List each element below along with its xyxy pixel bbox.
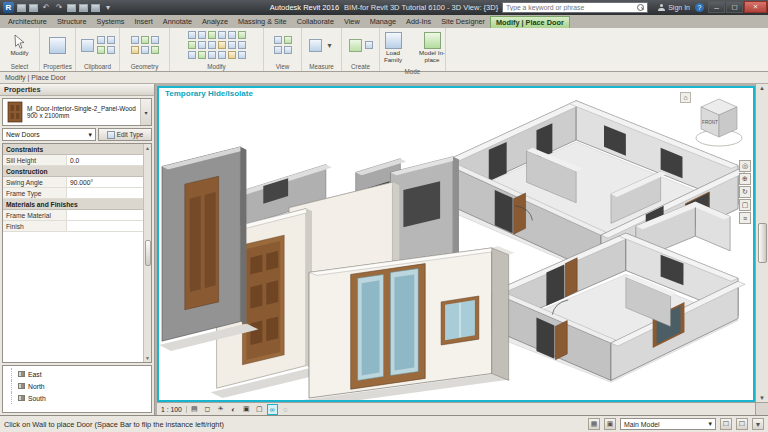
tab-manage[interactable]: Manage [365,16,401,28]
close-button[interactable]: ✕ [744,1,767,13]
section-constraints[interactable]: Constraints ▲ [3,144,151,155]
measure-dropdown-icon[interactable]: ▾ [325,40,335,51]
cope-icon[interactable] [131,36,139,44]
copy-modify-icon[interactable] [228,31,236,39]
split-face-icon[interactable] [141,46,149,54]
create-group-icon[interactable] [349,39,362,52]
3d-view-qat-icon[interactable] [91,4,100,12]
load-family-button[interactable]: Load Family [375,30,411,65]
panel-measure-label[interactable]: Measure [302,62,341,71]
print-icon[interactable] [67,4,76,12]
panel-properties-label[interactable]: Properties [40,62,75,71]
properties-icon[interactable] [49,37,66,54]
beam-joins-icon[interactable] [218,51,226,59]
paste-icon[interactable] [81,39,94,52]
home-icon[interactable]: ⌂ [680,92,691,103]
scroll-up-icon[interactable]: ▲ [145,145,150,151]
panel-geometry-label[interactable]: Geometry [120,62,169,71]
editable-only-checkbox[interactable]: ☐ [736,418,748,430]
qat-dropdown-icon[interactable]: ▾ [103,2,113,13]
orbit-icon[interactable]: ↻ [739,186,751,198]
scroll-down-icon[interactable]: ▼ [759,395,765,401]
panel-select-label[interactable]: Select [0,62,39,71]
match-type-icon[interactable] [97,46,105,54]
panel-clipboard-label[interactable]: Clipboard [76,62,119,71]
property-value[interactable] [67,221,151,231]
linework-icon[interactable] [274,46,282,54]
tab-view[interactable]: View [339,16,365,28]
cut-icon[interactable] [97,36,105,44]
delete-icon[interactable] [188,51,196,59]
sun-path-icon[interactable]: ☀ [215,404,226,415]
design-option-select[interactable]: Main Model ▾ [620,418,716,430]
tab-analyze[interactable]: Analyze [197,16,233,28]
tab-collaborate[interactable]: Collaborate [292,16,339,28]
wall-joins-icon[interactable] [208,51,216,59]
panel-view-label[interactable]: View [264,62,301,71]
view-scale[interactable]: 1 : 100 [161,406,187,413]
hide-icon[interactable] [274,36,282,44]
copy-icon[interactable] [107,36,115,44]
unpin-icon[interactable] [238,41,246,49]
shadows-icon[interactable]: ◐ [228,404,239,415]
property-value[interactable] [67,210,151,220]
tab-annotate[interactable]: Annotate [158,16,197,28]
panel-create-label[interactable]: Create [342,62,379,71]
browser-item-east[interactable]: East [11,368,151,380]
model-3d-view[interactable]: Temporary Hide/Isolate ⌂ FRONT ◎ ⊕ ↻ ▢ ≡ [157,86,755,402]
scrollbar-thumb[interactable] [145,240,151,266]
align-icon[interactable] [188,31,196,39]
redo-icon[interactable]: ↷ [54,2,64,13]
show-crop-icon[interactable]: ▢ [254,404,265,415]
mirror-icon[interactable] [208,31,216,39]
tab-add-ins[interactable]: Add-Ins [401,16,436,28]
worksets-icon[interactable]: ▦ [588,418,600,430]
edit-type-button[interactable]: Edit Type [98,128,152,141]
paint-icon[interactable] [131,46,139,54]
tab-site-designer[interactable]: Site Designer [436,16,490,28]
zoom-icon[interactable]: ⊕ [739,173,751,185]
element-icon[interactable] [228,51,236,59]
minimize-button[interactable]: ─ [708,1,725,13]
measure-icon[interactable] [309,39,322,52]
vertical-scrollbar[interactable]: ▲ ▼ [755,84,768,402]
help-icon[interactable]: ? [695,3,704,12]
search-input[interactable] [503,3,637,12]
pin-icon[interactable] [228,41,236,49]
open-icon[interactable] [17,4,26,12]
save-icon[interactable] [29,4,38,12]
detail-level-icon[interactable]: ▤ [189,404,200,415]
temporary-hide-isolate-icon[interactable]: ∞ [267,404,278,415]
paste-aligned-icon[interactable] [107,46,115,54]
panel-mode-label[interactable]: Mode [380,67,445,76]
split-icon[interactable] [198,41,206,49]
type-selector[interactable]: M_Door-Interior-Single-2_Panel-Wood 900 … [2,98,152,126]
navbar-menu-icon[interactable]: ≡ [739,212,751,224]
steering-wheel-icon[interactable]: ◎ [739,160,751,172]
filter-icon[interactable]: ▼ [752,418,764,430]
modify-button[interactable]: Modify [2,32,38,59]
revit-logo-icon[interactable]: R [3,2,14,13]
tab-architecture[interactable]: Architecture [3,16,52,28]
scroll-up-icon[interactable]: ▲ [759,85,765,91]
array-icon[interactable] [208,41,216,49]
palette-scrollbar[interactable]: ▲ ▼ [143,144,151,362]
panel-modify-label[interactable]: Modify [170,62,263,71]
scrollbar-thumb[interactable] [758,223,767,263]
section-materials[interactable]: Materials and Finishes ▲ [3,199,151,210]
create-similar-icon[interactable] [365,41,373,49]
tab-structure[interactable]: Structure [52,16,92,28]
model-in-place-button[interactable]: Model In-place [414,30,450,65]
undo-icon[interactable]: ↶ [41,2,51,13]
trim-icon[interactable] [188,41,196,49]
exclude-options-checkbox[interactable]: ☐ [720,418,732,430]
scale-icon[interactable] [218,41,226,49]
sign-in-button[interactable]: Sign In [658,2,690,13]
properties-filter-select[interactable]: New Doors ▾ [2,128,96,141]
more-modify-icon[interactable] [238,51,246,59]
tab-massing-site[interactable]: Massing & Site [233,16,292,28]
measure-qat-icon[interactable] [79,4,88,12]
type-selector-dropdown-icon[interactable]: ▾ [140,99,151,125]
pan-icon[interactable]: ▢ [739,199,751,211]
move-icon[interactable] [218,31,226,39]
